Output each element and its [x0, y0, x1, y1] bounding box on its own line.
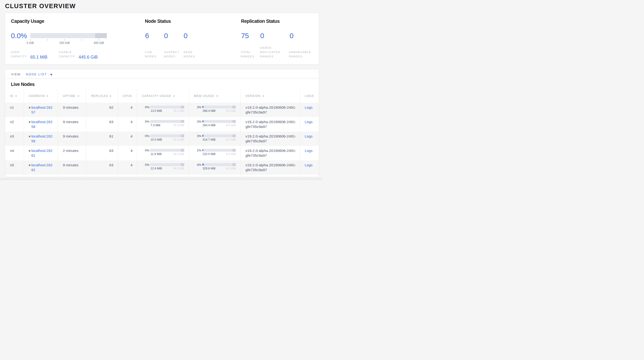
node-logs-link[interactable]: Logs [305, 163, 313, 167]
mem-max-value: 8.0 GiB [226, 138, 236, 141]
node-row-n2: n2localhost:262589 minutes6340%7.3 MiB74… [5, 117, 319, 131]
live-status-dot-icon [29, 121, 30, 123]
mem-used-value: 314.7 MiB [202, 138, 216, 141]
unavailable-ranges-label: UNAVAILABLE RANGES [289, 50, 311, 59]
capacity-used-value: 7.3 MiB [150, 124, 160, 127]
capacity-usage-bar [150, 134, 184, 137]
node-logs-link[interactable]: Logs [305, 120, 313, 124]
node-logs-cell: Logs [300, 103, 319, 117]
empty-cell [5, 175, 24, 177]
column-header-address[interactable]: ADDRESS [24, 89, 58, 103]
column-header-label: CPUS [123, 94, 132, 98]
column-header-id[interactable]: ID [5, 89, 24, 103]
column-header-label: VERSION [245, 94, 260, 98]
capacity-used-value: 11.9 MiB [150, 153, 162, 156]
mem-percent-label: 4% [189, 163, 202, 166]
capacity-max-value: 74.3 GiB [173, 138, 184, 141]
node-logs-cell: Logs [300, 160, 319, 175]
column-header-label: CAPACITY USAGE [142, 94, 171, 98]
view-label: VIEW: [11, 73, 22, 76]
mem-bar-reserved-segment [232, 120, 236, 123]
node-id-cell: n4 [5, 146, 24, 160]
node-row-partial [5, 175, 319, 177]
node-address-link[interactable]: localhost:26257 [32, 105, 53, 115]
capacity-axis-tick [48, 39, 48, 41]
mem-bar-reserved-segment [232, 134, 236, 137]
suspect-nodes-count: 0 [164, 32, 168, 40]
node-address-cell: localhost:26257 [24, 103, 58, 117]
capacity-used-value: 10.0 MiB [150, 138, 162, 141]
chevron-down-icon[interactable] [50, 74, 52, 76]
node-logs-cell: Logs [300, 146, 319, 160]
node-address-link[interactable]: localhost:26261 [32, 148, 53, 158]
empty-cell [240, 175, 300, 177]
mem-usage-cell: 3%264.4 MiB8.0 GiB [189, 117, 240, 131]
mem-percent-label: 3% [189, 120, 202, 123]
live-nodes-label: LIVE NODES [145, 50, 156, 59]
empty-cell [86, 175, 118, 177]
view-selector[interactable]: NODE LIST [26, 73, 47, 76]
node-logs-link[interactable]: Logs [305, 148, 313, 153]
capacity-axis-tick-label: 200 GiB [60, 41, 70, 45]
column-header-replicas[interactable]: REPLICAS [86, 89, 118, 103]
sort-caret-icon [110, 96, 112, 97]
column-header-label: ADDRESS [29, 94, 45, 98]
capacity-bar-reserved-segment [181, 134, 184, 137]
node-address-link[interactable]: localhost:26262 [32, 163, 53, 172]
mem-usage-bar [202, 134, 236, 137]
capacity-axis-tick [99, 39, 99, 41]
column-header-label: ID [10, 94, 14, 98]
column-header-uptime[interactable]: UPTIME [58, 89, 86, 103]
node-cpus-cell: 4 [118, 146, 137, 160]
node-replicas-cell: 63 [86, 160, 118, 175]
node-replicas-cell: 62 [86, 103, 118, 117]
empty-cell [58, 175, 86, 177]
mem-bar-used-segment [202, 106, 204, 108]
capacity-max-value: 74.3 GiB [173, 167, 184, 170]
node-replicas-cell: 61 [86, 131, 118, 146]
column-header-mem[interactable]: MEM USAGE [189, 89, 240, 103]
table-header-row: IDADDRESSUPTIMEREPLICASCPUSCAPACITY USAG… [5, 89, 319, 103]
suspect-nodes-label: SUSPECT NODES [164, 50, 180, 59]
node-address-link[interactable]: localhost:26258 [32, 119, 53, 129]
mem-bar-reserved-segment [232, 106, 236, 108]
used-capacity-value: 65.1 MiB [30, 55, 48, 60]
capacity-usage-bar [30, 33, 107, 38]
column-header-label: UPTIME [63, 94, 76, 98]
column-header-version[interactable]: VERSION [240, 89, 300, 103]
live-status-dot-icon [29, 150, 30, 152]
capacity-bar-reserved-segment [181, 163, 184, 166]
mem-usage-cell: 3%314.7 MiB8.0 GiB [189, 131, 240, 146]
mem-usage-bar [202, 106, 236, 108]
node-id-cell: n2 [5, 117, 24, 131]
node-address-cell: localhost:26261 [24, 146, 58, 160]
node-logs-cell: Logs [300, 131, 319, 146]
node-logs-link[interactable]: Logs [305, 105, 313, 109]
mem-usage-bar [202, 120, 236, 123]
capacity-usage-bar [150, 106, 184, 108]
live-nodes-table: IDADDRESSUPTIMEREPLICASCPUSCAPACITY USAG… [5, 89, 319, 177]
mem-max-value: 8.0 GiB [226, 153, 236, 156]
node-replicas-cell: 63 [86, 146, 118, 160]
node-replicas-cell: 63 [86, 117, 118, 131]
used-capacity-stat: USED CAPACITY 65.1 MiB [11, 50, 48, 59]
dead-nodes-label: DEAD NODES [184, 50, 195, 59]
column-header-capacity[interactable]: CAPACITY USAGE [137, 89, 189, 103]
mem-used-value: 329.6 MiB [202, 167, 216, 170]
capacity-usage-percent: 0.0% [11, 32, 27, 40]
capacity-usage-cell: 0%13.0 MiB74.3 GiB [137, 103, 189, 117]
sort-caret-icon [46, 96, 48, 97]
mem-usage-cell: 4%329.6 MiB8.0 GiB [189, 160, 240, 175]
mem-percent-label: 2% [189, 149, 202, 152]
node-row-n5: n5localhost:262629 minutes6340%12.4 MiB7… [5, 160, 319, 175]
node-address-link[interactable]: localhost:26259 [32, 134, 53, 143]
node-status-title: Node Status [145, 19, 171, 24]
node-uptime-cell: 9 minutes [58, 131, 86, 146]
capacity-bar-reserved-segment [181, 120, 184, 123]
sort-caret-icon [15, 96, 17, 97]
node-logs-link[interactable]: Logs [305, 134, 313, 138]
node-version-cell: v19.2.0-alpha.20190606-2491-gfe735c9a97 [240, 146, 300, 160]
mem-max-value: 8.0 GiB [226, 124, 236, 127]
node-version-cell: v19.2.0-alpha.20190606-2491-gfe735c9a97 [240, 131, 300, 146]
mem-usage-cell: 2%232.0 MiB8.0 GiB [189, 146, 240, 160]
